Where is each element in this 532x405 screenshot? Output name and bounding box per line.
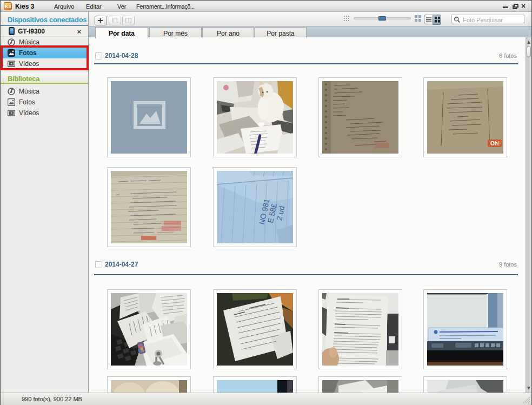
svg-text:Oh!: Oh! (490, 141, 500, 147)
